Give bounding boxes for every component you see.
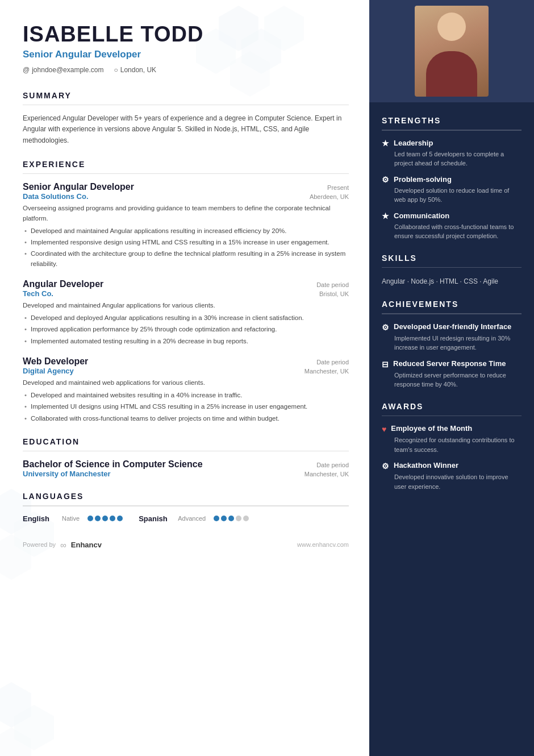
award-1-desc: Recognized for outstanding contributions… [382, 435, 522, 454]
footer-url: www.enhancv.com [297, 541, 349, 548]
job-entry-1: Senior Angular Developer Present Data So… [23, 182, 349, 269]
job-bullets-3: Developed and maintained websites result… [23, 391, 349, 423]
job-entry-2: Angular Developer Date period Tech Co. B… [23, 279, 349, 346]
languages-divider [23, 505, 349, 506]
strength-3-icon: ★ [382, 211, 389, 221]
candidate-name: ISABELLE TODD [23, 23, 349, 47]
lang-english-dots [87, 516, 123, 521]
strength-1-icon: ★ [382, 139, 389, 148]
achievement-1-header: ⚙ Developed User-friendly Interface [382, 322, 522, 332]
job-title-1: Senior Angular Developer [23, 182, 134, 192]
education-section: EDUCATION Bachelor of Science in Compute… [23, 437, 349, 479]
strength-1-desc: Led team of 5 developers to complete a p… [382, 149, 522, 168]
location-value: London, UK [120, 66, 156, 74]
lang-english-name: English [23, 514, 54, 523]
resume-container: ISABELLE TODD Senior Angular Developer @… [0, 0, 534, 756]
achievement-1-icon: ⚙ [382, 323, 389, 332]
award-1-icon: ♥ [382, 425, 386, 434]
award-2-name: Hackathon Winner [394, 461, 458, 470]
job-company-line-2: Tech Co. Bristol, UK [23, 289, 349, 298]
job-company-line-1: Data Solutions Co. Aberdeen, UK [23, 192, 349, 201]
strength-1: ★ Leadership Led team of 5 developers to… [382, 139, 522, 168]
dot-es-4 [236, 516, 241, 521]
job-header-3: Web Developer Date period [23, 356, 349, 367]
experience-divider [23, 173, 349, 175]
lang-english-level: Native [62, 515, 80, 522]
dot-en-2 [95, 516, 101, 521]
photo-body [426, 51, 477, 97]
edu-location: Manchester, UK [304, 471, 349, 477]
job-entry-3: Web Developer Date period Digital Agency… [23, 356, 349, 423]
profile-photo [415, 6, 489, 97]
brand-logo: ∞ [60, 540, 66, 550]
job-desc-1: Overseeing assigned programs and providi… [23, 203, 349, 223]
dot-es-1 [214, 516, 219, 521]
svg-marker-9 [14, 705, 54, 750]
edu-school: University of Manchester [23, 470, 111, 478]
bullet-3-3: Collaborated with cross-functional teams… [23, 414, 349, 423]
dot-es-2 [221, 516, 227, 521]
svg-marker-8 [0, 682, 31, 728]
achievements-title: ACHIEVEMENTS [382, 300, 522, 309]
job-title-3: Web Developer [23, 356, 88, 367]
languages-row: English Native Spanish Advanced [23, 514, 349, 523]
footer-bar: Powered by ∞ Enhancv www.enhancv.com [23, 540, 349, 550]
strength-2-desc: Developed solution to reduce load time o… [382, 186, 522, 205]
summary-title: SUMMARY [23, 91, 349, 100]
job-date-3: Date period [316, 359, 349, 365]
achievement-1-desc: Implemented UI redesign resulting in 30%… [382, 334, 522, 352]
award-1-header: ♥ Employee of the Month [382, 424, 522, 434]
svg-marker-10 [0, 728, 31, 756]
summary-section: SUMMARY Experienced Angular Developer wi… [23, 91, 349, 146]
job-date-2: Date period [316, 281, 349, 288]
edu-header: Bachelor of Science in Computer Science … [23, 459, 349, 470]
bullet-1-3: Coordinated with the architecture group … [23, 249, 349, 269]
dot-en-4 [110, 516, 115, 521]
job-desc-2: Developed and maintained Angular applica… [23, 301, 349, 310]
job-bullets-1: Developed and maintained Angular applica… [23, 226, 349, 269]
strength-1-header: ★ Leadership [382, 139, 522, 148]
skills-text: Angular · Node.js · HTML · CSS · Agile [382, 276, 522, 287]
edu-date: Date period [316, 462, 349, 468]
achievements-section: ACHIEVEMENTS ⚙ Developed User-friendly I… [382, 300, 522, 389]
bullet-3-1: Developed and maintained websites result… [23, 391, 349, 400]
contact-line: @ johndoe@example.com ○ London, UK [23, 66, 349, 74]
achievement-2-header: ⊟ Reduced Server Response Time [382, 359, 522, 369]
bullet-3-2: Implemented UI designs using HTML and CS… [23, 402, 349, 412]
email-value: johndoe@example.com [32, 66, 103, 74]
bullet-1-2: Implemented responsive design using HTML… [23, 238, 349, 247]
lang-spanish-dots [214, 516, 249, 521]
strength-3-desc: Collaborated with cross-functional teams… [382, 222, 522, 241]
location-contact: ○ London, UK [114, 66, 156, 74]
skills-divider [382, 267, 522, 268]
education-divider [23, 451, 349, 452]
job-location-1: Aberdeen, UK [310, 193, 349, 200]
brand-name: Enhancv [71, 541, 102, 549]
location-icon: ○ [114, 66, 118, 74]
strengths-divider [382, 130, 522, 131]
skills-title: SKILLS [382, 254, 522, 263]
edu-school-line: University of Manchester Manchester, UK [23, 470, 349, 478]
job-company-line-3: Digital Agency Manchester, UK [23, 367, 349, 375]
job-location-2: Bristol, UK [319, 290, 349, 297]
dot-es-3 [228, 516, 234, 521]
dot-en-1 [87, 516, 93, 521]
award-1-name: Employee of the Month [391, 424, 472, 433]
dot-es-5 [243, 516, 249, 521]
bullet-2-3: Implemented automated testing resulting … [23, 337, 349, 346]
job-bullets-2: Developed and deployed Angular applicati… [23, 313, 349, 346]
dot-en-3 [102, 516, 108, 521]
job-header-1: Senior Angular Developer Present [23, 182, 349, 192]
job-header-2: Angular Developer Date period [23, 279, 349, 289]
header-section: ISABELLE TODD Senior Angular Developer @… [23, 23, 349, 74]
achievement-2-desc: Optimized server performance to reduce r… [382, 371, 522, 389]
powered-by-label: Powered by [23, 541, 56, 548]
award-1: ♥ Employee of the Month Recognized for o… [382, 424, 522, 454]
education-title: EDUCATION [23, 437, 349, 446]
right-content: STRENGTHS ★ Leadership Led team of 5 dev… [369, 102, 534, 517]
strengths-section: STRENGTHS ★ Leadership Led team of 5 dev… [382, 116, 522, 241]
strength-2-name: Problem-solving [394, 175, 452, 184]
strength-2: ⚙ Problem-solving Developed solution to … [382, 175, 522, 205]
email-contact: @ johndoe@example.com [23, 66, 103, 74]
achievement-2: ⊟ Reduced Server Response Time Optimized… [382, 359, 522, 389]
